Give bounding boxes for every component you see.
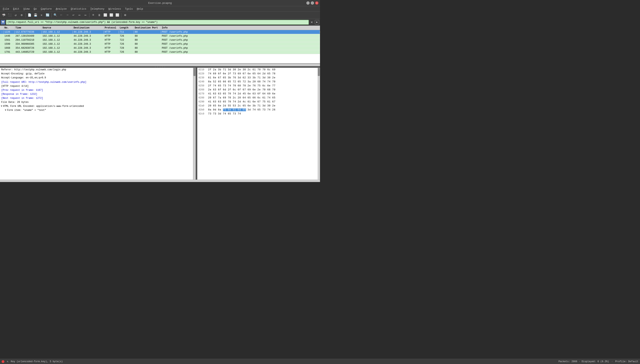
menu-help[interactable]: Help: [135, 7, 145, 11]
first-icon[interactable]: ↩: [70, 12, 76, 18]
close-button[interactable]: ✕: [315, 2, 318, 4]
shark-icon[interactable]: 🦈: [1, 12, 6, 18]
tree-label: HTML Form URL Encoded: application/x-www…: [3, 105, 84, 108]
hex-highlighted-bytes[interactable]: 75 6e 61 6d 65: [223, 108, 246, 111]
options-icon[interactable]: ⚙: [19, 12, 24, 18]
hex-vscroll[interactable]: [318, 68, 320, 180]
col-header-protocol[interactable]: Protocol: [104, 26, 119, 30]
row-no: 1599: [4, 43, 15, 46]
back-icon[interactable]: ←: [58, 12, 64, 18]
filter-bar: ✕ ▶: [0, 19, 320, 26]
row-length: 711: [119, 31, 134, 34]
open-icon[interactable]: 📄: [27, 12, 32, 18]
packet-row[interactable]: → 1226 112.878779336 192.168.1.12 44.228…: [0, 30, 320, 34]
menu-file[interactable]: File: [1, 7, 11, 11]
detail-line[interactable]: [Full request URI: http://testphp.vulnwe…: [0, 80, 193, 84]
detail-link[interactable]: [Prev request in frame: 1167]: [1, 89, 43, 92]
maximize-button[interactable]: □: [311, 2, 314, 4]
col-header-info[interactable]: Info: [161, 26, 320, 30]
forward-icon[interactable]: →: [64, 12, 70, 18]
detail-line[interactable]: [Next request in frame: 1272]: [0, 96, 193, 100]
menu-telephony[interactable]: Telephony: [88, 7, 106, 11]
zoom-100-icon[interactable]: ⬜: [114, 12, 120, 18]
menu-edit[interactable]: Edit: [11, 7, 21, 11]
details-panel: Referer: http://testphp.vulnweb.com/logi…: [0, 68, 193, 180]
hex-row: 02400a 52 65 66 65 72 65 72 3a 20 68 74 …: [197, 80, 318, 84]
detail-link[interactable]: [Full request URI: http://testphp.vulnwe…: [1, 81, 86, 84]
row-protocol: HTTP: [104, 39, 119, 42]
col-header-no[interactable]: No.: [4, 26, 15, 30]
details-scroll-thumb[interactable]: [194, 68, 196, 76]
packet-row[interactable]: 1446 207.138156489 192.168.1.12 44.228.2…: [0, 34, 320, 38]
filter-arrow-button[interactable]: ▶: [315, 20, 319, 24]
hex-offset: 0240: [198, 80, 206, 84]
tree-expand-icon[interactable]: ▼: [1, 105, 2, 108]
details-content: Referer: http://testphp.vulnweb.com/logi…: [0, 68, 193, 112]
restart-icon[interactable]: ↺: [13, 12, 18, 18]
menu-tools[interactable]: Tools: [123, 7, 135, 11]
menu-view[interactable]: View: [21, 7, 32, 11]
hex-row: 02c073 73 3d 74 65 73 74: [197, 112, 318, 116]
next-icon[interactable]: ↦: [82, 12, 88, 18]
col-header-arrow[interactable]: [0, 26, 4, 30]
col-header-source[interactable]: Source: [42, 26, 73, 30]
packet-row[interactable]: 1791 443.146852729 192.168.1.12 44.228.2…: [0, 50, 320, 54]
hex-bytes: 41 63 63 65 70 74 2d 45 6e 63 6f 64 69 6…: [208, 92, 316, 96]
row-protocol: HTTP: [104, 47, 119, 50]
hex-offset: 0210: [198, 68, 206, 72]
menu-wireless[interactable]: Wireless: [106, 7, 123, 11]
row-protocol: HTTP: [104, 43, 119, 46]
prev-icon[interactable]: ↤: [76, 12, 82, 18]
filter-clear-button[interactable]: ✕: [310, 20, 314, 24]
bottom-panels: Referer: http://testphp.vulnweb.com/logi…: [0, 68, 320, 180]
vertical-splitter[interactable]: · · · · ·: [0, 66, 320, 68]
zoom-out-icon[interactable]: ⬜: [108, 12, 114, 18]
detail-line: File Data: 20 bytes: [0, 100, 193, 104]
stop-icon[interactable]: ⬛: [7, 12, 12, 18]
details-vscroll[interactable]: [193, 68, 196, 180]
col-header-dport[interactable]: Destination Port: [134, 26, 161, 30]
hex-bytes: 0a 52 65 66 65 72 65 72 3a 20 68 74 74 7…: [208, 80, 316, 84]
col-header-length[interactable]: Length: [119, 26, 134, 30]
toolbar-separator-3: [89, 13, 90, 18]
detail-line[interactable]: [Prev request in frame: 1167]: [0, 88, 193, 92]
window-controls: ─ □ ✕: [306, 2, 318, 4]
packet-row[interactable]: 1668 354.682038726 192.168.1.12 44.228.2…: [0, 46, 320, 50]
col-header-time[interactable]: Time: [15, 26, 42, 30]
autoscroll-icon[interactable]: ≣: [96, 12, 102, 18]
minimize-button[interactable]: ─: [306, 2, 310, 4]
filter-input[interactable]: [6, 20, 309, 25]
zoom-in-icon[interactable]: ⬜: [102, 12, 108, 18]
hex-bytes: 20 65 6e 2d 55 53 2c 65 6e 3b 71 3d 30 2…: [208, 104, 316, 108]
detail-link[interactable]: [Next request in frame: 1272]: [1, 97, 43, 100]
menu-capture[interactable]: Capture: [39, 7, 54, 11]
hex-content: 02102f 2a 3b 71 3d 30 2e 38 2c 61 70 70 …: [197, 68, 318, 116]
filter-icon: [1, 20, 5, 24]
horizontal-splitter[interactable]: [196, 68, 197, 180]
row-info: POST /userinfo.php: [161, 47, 320, 50]
columns-icon[interactable]: ⊞: [122, 12, 128, 18]
row-time: 443.146852729: [15, 51, 42, 54]
menu-statistics[interactable]: Statistics: [69, 7, 88, 11]
hex-bytes: 2e 63 6f 6d 2f 6c 6f 67 69 6e 2e 70 68 7…: [208, 88, 316, 92]
tree-expand-icon[interactable]: ▼: [5, 109, 6, 112]
save-icon[interactable]: 💾: [33, 12, 38, 18]
row-dport: 80: [134, 47, 161, 50]
find-icon[interactable]: 🔍: [52, 12, 58, 18]
detail-line[interactable]: [Response in frame: 1232]: [0, 92, 193, 96]
hex-row: 022074 69 6f 6e 2f 73 69 67 6e 65 64 2d …: [197, 72, 318, 76]
packet-row[interactable]: 1561 294.110756210 192.168.1.12 44.228.2…: [0, 38, 320, 42]
reload-icon[interactable]: 🔄: [45, 12, 50, 18]
col-header-destination[interactable]: Destination: [73, 26, 104, 30]
menu-analyze[interactable]: Analyze: [54, 7, 69, 11]
menu-go[interactable]: Go: [32, 7, 39, 11]
hex-bytes: 20 67 7a 69 70 2c 20 64 65 66 6c 61 74 6…: [208, 96, 316, 100]
row-info: POST /userinfo.php: [161, 31, 320, 34]
colorize-icon[interactable]: ≡: [90, 12, 96, 18]
close-file-icon[interactable]: ✕: [39, 12, 44, 18]
bottom-hscroll[interactable]: [0, 180, 320, 182]
detail-line[interactable]: ▼HTML Form URL Encoded: application/x-ww…: [0, 104, 193, 108]
packet-row[interactable]: 1599 334.960960385 192.168.1.12 44.228.2…: [0, 42, 320, 46]
hex-scroll-thumb[interactable]: [318, 68, 320, 76]
detail-link[interactable]: [Response in frame: 1232]: [1, 93, 37, 96]
